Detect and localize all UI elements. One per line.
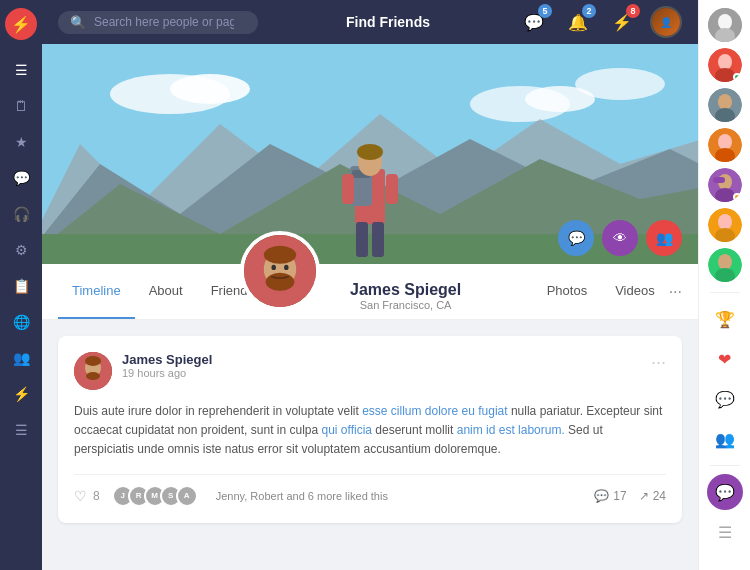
sidebar-icon-star[interactable]: ★ [5,126,37,158]
tab-about[interactable]: About [135,264,197,319]
search-box[interactable]: 🔍 [58,11,258,34]
online-indicator-2 [733,193,741,201]
profile-action-buttons: 💬 👁 👥 [558,220,682,256]
like-icon[interactable]: ♡ [74,488,87,504]
user-avatar-img: 👤 [652,8,680,36]
active-chat-btn[interactable]: 💬 [707,474,743,510]
sidebar-icon-menu[interactable]: ☰ [5,54,37,86]
post-time: 19 hours ago [122,367,651,379]
right-avatar-2[interactable] [708,48,742,82]
nav-tabs-right: Photos Videos ··· [533,264,682,319]
svg-point-38 [718,94,732,110]
sidebar-icon-settings[interactable]: ⚙ [5,234,37,266]
follow-action-btn[interactable]: 👁 [602,220,638,256]
tab-videos[interactable]: Videos [601,264,669,319]
main-area: 🔍 Find Friends 💬 5 🔔 2 ⚡ 8 👤 [42,0,698,570]
svg-rect-16 [386,174,398,204]
app-logo[interactable]: ⚡ [5,8,37,40]
post-highlight-1: esse cillum dolore eu fugiat [362,404,507,418]
feed: James Spiegel 19 hours ago ··· Duis aute… [42,320,698,570]
liked-avatar-5: A [176,485,198,507]
right-sidebar: 🏆 ❤ 💬 👥 💬 ☰ [698,0,750,570]
profile-avatar [240,231,320,311]
online-indicator [733,73,741,81]
svg-point-14 [357,144,383,160]
sidebar-icon-users[interactable]: 👥 [5,342,37,374]
right-avatar-7[interactable] [708,248,742,282]
tab-more[interactable]: ··· [669,283,682,301]
activity-badge: 8 [626,4,640,18]
svg-point-5 [575,68,665,100]
share-section[interactable]: ↗ 24 [639,489,666,503]
svg-point-51 [718,254,732,270]
liked-avatars: J R M S A [112,485,198,507]
more-action-btn[interactable]: 👥 [646,220,682,256]
post-author-name: James Spiegel [122,352,651,367]
post-content: Duis aute irure dolor in reprehenderit i… [74,402,666,460]
post-meta: James Spiegel 19 hours ago [122,352,651,379]
post-highlight-2: qui officia [322,423,372,437]
right-sidebar-divider-2 [710,465,740,466]
right-avatar-5[interactable] [708,168,742,202]
tab-photos[interactable]: Photos [533,264,601,319]
svg-point-30 [85,356,101,366]
svg-rect-15 [342,174,354,204]
svg-point-2 [170,74,250,104]
svg-point-25 [271,265,276,270]
svg-point-41 [718,134,732,150]
messages-icon-btn[interactable]: 💬 5 [518,6,550,38]
message-action-btn[interactable]: 💬 [558,220,594,256]
svg-point-29 [86,372,100,380]
svg-point-32 [718,14,732,30]
liked-by-text: Jenny, Robert and 6 more liked this [216,490,388,502]
sidebar-icon-headphones[interactable]: 🎧 [5,198,37,230]
right-avatar-4[interactable] [708,128,742,162]
trophy-btn[interactable]: 🏆 [707,301,743,337]
svg-point-48 [718,214,732,230]
header-icons: 💬 5 🔔 2 ⚡ 8 👤 [518,6,682,38]
comment-section[interactable]: 💬 17 [594,489,626,503]
share-icon: ↗ [639,489,649,503]
post-highlight-3: anim id est laborum. [457,423,565,437]
profile-name-area: James Spiegel San Francisco, CA [350,281,461,311]
group-btn[interactable]: 👥 [707,421,743,457]
like-count: 8 [93,489,100,503]
header: 🔍 Find Friends 💬 5 🔔 2 ⚡ 8 👤 [42,0,698,44]
sidebar-icon-chat[interactable]: 💬 [5,162,37,194]
search-icon: 🔍 [70,15,86,30]
post-menu-btn[interactable]: ··· [651,352,666,373]
user-avatar-header[interactable]: 👤 [650,6,682,38]
right-sidebar-divider [710,292,740,293]
search-input[interactable] [94,15,234,29]
sidebar-icon-activity[interactable]: ⚡ [5,378,37,410]
menu-lines-btn[interactable]: ☰ [707,514,743,550]
svg-rect-17 [356,222,368,257]
svg-rect-18 [372,222,384,257]
header-title: Find Friends [270,14,506,30]
sidebar-icon-list[interactable]: ☰ [5,414,37,446]
sidebar-icon-globe[interactable]: 🌐 [5,306,37,338]
activity-icon-btn[interactable]: ⚡ 8 [606,6,638,38]
heart-btn[interactable]: ❤ [707,341,743,377]
left-sidebar: ⚡ ☰ 🗒 ★ 💬 🎧 ⚙ 📋 🌐 👥 ⚡ ☰ [0,0,42,570]
profile-nav: Timeline About Friends James Spiegel San… [42,264,698,320]
right-avatar-1[interactable] [708,8,742,42]
svg-point-24 [264,246,296,264]
sidebar-icon-notes[interactable]: 🗒 [5,90,37,122]
alerts-icon-btn[interactable]: 🔔 2 [562,6,594,38]
svg-point-23 [266,273,295,291]
post-card: James Spiegel 19 hours ago ··· Duis aute… [58,336,682,523]
right-avatar-3[interactable] [708,88,742,122]
alerts-badge: 2 [582,4,596,18]
svg-point-35 [718,54,732,70]
post-header: James Spiegel 19 hours ago ··· [74,352,666,390]
sidebar-icon-clipboard[interactable]: 📋 [5,270,37,302]
profile-name: James Spiegel [350,281,461,299]
right-avatar-6[interactable] [708,208,742,242]
cover-photo: 💬 👁 👥 [42,44,698,264]
comment-count: 17 [613,489,626,503]
chat-btn[interactable]: 💬 [707,381,743,417]
nav-tabs: Timeline About Friends [58,264,268,319]
post-author-avatar [74,352,112,390]
tab-timeline[interactable]: Timeline [58,264,135,319]
